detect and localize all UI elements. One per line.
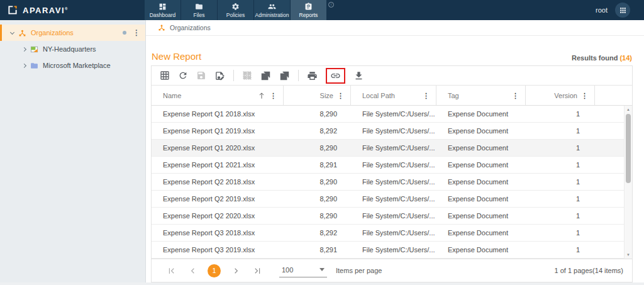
tree-item-microsoft-marketplace[interactable]: Microsoft Marketplace (0, 57, 145, 74)
column-menu-icon[interactable]: ⋮ (266, 92, 283, 99)
registered-mark: ® (65, 6, 67, 10)
column-header-tag[interactable]: Tag ⋮ (436, 86, 526, 105)
table-row[interactable]: Expense Report Q3 2019.xlsx 8,291 File S… (152, 242, 632, 259)
chevron-down-icon[interactable] (10, 30, 14, 34)
table-header: Name ⋮ Size ⋮ Local Path ⋮ (152, 86, 632, 106)
column-header-size[interactable]: Size ⋮ (284, 86, 351, 105)
cell-local-path: File System/C:/Users/... (351, 144, 436, 152)
share-link-button[interactable] (330, 70, 341, 81)
tab-label: Dashboard (150, 12, 176, 18)
cell-version: 1 (526, 246, 595, 254)
scrollbar-thumb[interactable] (626, 114, 631, 183)
status-dot (123, 31, 126, 35)
table-row[interactable]: Expense Report Q2 2018.xlsx 8,290 File S… (152, 174, 632, 191)
column-label: Version (554, 92, 577, 99)
download-button[interactable] (353, 70, 364, 81)
page-title: New Report (152, 51, 201, 62)
cell-version: 1 (526, 212, 595, 220)
column-header-version[interactable]: Version ⋮ (526, 86, 595, 105)
column-label: Tag (448, 92, 459, 99)
breadcrumb-label[interactable]: Organizations (170, 24, 211, 31)
pagination-summary: 1 of 1 pages(14 items) (555, 267, 623, 274)
last-page-button[interactable] (247, 266, 268, 276)
chevron-down-icon (319, 268, 325, 271)
chevron-right-icon[interactable] (22, 47, 26, 51)
people-icon (268, 3, 276, 11)
cell-tag: Expense Document (436, 229, 526, 237)
print-button[interactable] (307, 70, 318, 81)
expand-all-button[interactable] (260, 70, 271, 81)
sort-ascending-icon[interactable] (257, 91, 266, 100)
cell-local-path: File System/C:/Users/... (351, 212, 436, 220)
results-count: (14) (619, 54, 632, 62)
column-menu-icon[interactable]: ⋮ (577, 92, 594, 99)
download-icon (353, 70, 364, 81)
cell-size: 8,290 (284, 110, 351, 118)
cell-version: 1 (526, 195, 595, 203)
table-row[interactable]: Expense Report Q1 2020.xlsx 8,290 File S… (152, 140, 632, 157)
next-page-button[interactable] (225, 266, 247, 276)
cell-size: 8,290 (284, 178, 351, 186)
first-page-button[interactable] (160, 266, 182, 276)
layout-grid-button[interactable] (242, 70, 252, 81)
cell-size: 8,292 (284, 127, 351, 135)
table-row[interactable]: Expense Report Q1 2019.xlsx 8,292 File S… (152, 123, 632, 140)
user-name: root (596, 6, 608, 14)
report-toolbar (152, 66, 632, 86)
site-icon (30, 45, 38, 53)
previous-page-button[interactable] (182, 266, 203, 276)
cell-size: 8,292 (284, 229, 351, 237)
folder-icon (30, 62, 38, 70)
tab-policies[interactable]: Policies (218, 0, 253, 20)
column-menu-icon[interactable]: ⋮ (419, 92, 436, 99)
breadcrumb: Organizations (146, 20, 644, 36)
top-bar: APARAVI® Dashboard Files Policies Admini… (0, 0, 644, 20)
table-row[interactable]: Expense Report Q2 2020.xlsx 8,290 File S… (152, 208, 632, 225)
results-found: Results found (14) (572, 54, 632, 62)
table-row[interactable]: Expense Report Q3 2018.xlsx 8,292 File S… (152, 225, 632, 242)
table-body-wrap: Expense Report Q1 2018.xlsx 8,290 File S… (152, 106, 632, 259)
tree-item-label: Microsoft Marketplace (43, 62, 111, 69)
current-page-button[interactable]: 1 (208, 264, 221, 277)
column-header-local-path[interactable]: Local Path ⋮ (351, 86, 436, 105)
tree-item-label: NY-Headquarters (43, 45, 96, 53)
tab-files[interactable]: Files (181, 0, 217, 20)
link-icon (330, 70, 341, 81)
column-menu-icon[interactable]: ⋮ (508, 92, 525, 99)
cell-size: 8,290 (284, 195, 351, 203)
cell-size: 8,290 (284, 212, 351, 220)
cell-tag: Expense Document (436, 195, 526, 203)
tab-dashboard[interactable]: Dashboard (145, 0, 180, 20)
table-row[interactable]: Expense Report Q1 2018.xlsx 8,290 File S… (152, 106, 632, 123)
scroll-up-icon[interactable]: ▲ (625, 108, 632, 111)
column-menu-icon[interactable]: ⋮ (333, 92, 350, 99)
tab-label: Policies (226, 12, 245, 18)
cell-size: 8,291 (284, 246, 351, 254)
tab-administration[interactable]: Administration (254, 0, 290, 20)
chevron-right-icon[interactable] (22, 63, 26, 67)
info-icon[interactable]: i (328, 2, 334, 8)
column-header-name[interactable]: Name ⋮ (152, 86, 284, 105)
tree-item-organizations[interactable]: Organizations ⋮ (0, 25, 145, 41)
scroll-down-icon[interactable]: ▼ (625, 253, 632, 257)
refresh-button[interactable] (178, 70, 188, 81)
save-button[interactable] (196, 70, 206, 81)
collapse-all-button[interactable] (279, 70, 290, 81)
table-row[interactable]: Expense Report Q2 2019.xlsx 8,290 File S… (152, 191, 632, 208)
cell-local-path: File System/C:/Users/... (351, 161, 436, 169)
tree-item-ny-headquarters[interactable]: NY-Headquarters (0, 41, 145, 57)
tree-item-menu-icon[interactable]: ⋮ (133, 28, 140, 37)
table-grid-button[interactable] (160, 70, 170, 81)
tab-label: Administration (255, 12, 289, 18)
tab-label: Files (194, 12, 205, 18)
cell-version: 1 (526, 178, 595, 186)
cell-name: Expense Report Q1 2021.xlsx (152, 161, 284, 169)
table-row[interactable]: Expense Report Q1 2021.xlsx 8,291 File S… (152, 157, 632, 174)
layout-grid-icon (242, 70, 252, 81)
clipboard-icon (304, 3, 313, 11)
items-per-page-select[interactable]: 100 (279, 264, 327, 277)
vertical-scrollbar[interactable]: ▲ ▼ (624, 106, 632, 259)
tab-reports[interactable]: Reports (291, 0, 326, 20)
apps-menu-button[interactable] (615, 3, 630, 18)
save-as-button[interactable] (214, 70, 225, 81)
